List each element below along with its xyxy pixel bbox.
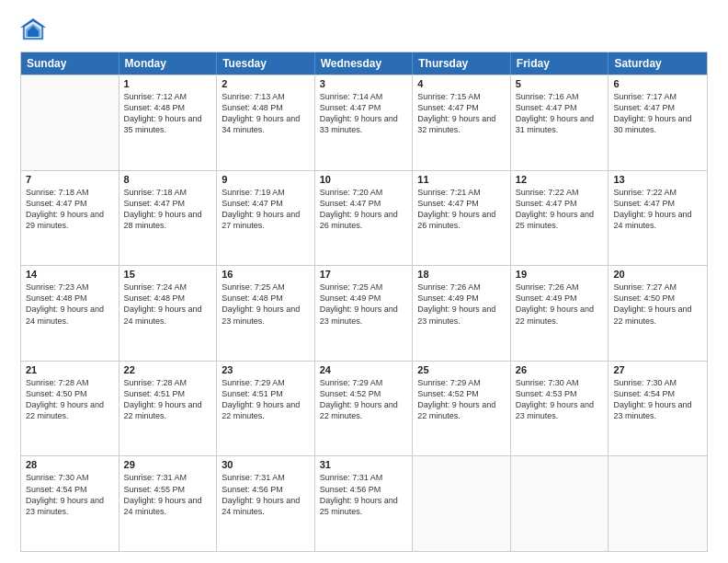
calendar-cell: 31Sunrise: 7:31 AM Sunset: 4:56 PM Dayli… — [315, 456, 414, 551]
calendar-cell: 22Sunrise: 7:28 AM Sunset: 4:51 PM Dayli… — [119, 362, 218, 456]
day-number: 16 — [222, 269, 310, 280]
calendar-cell: 15Sunrise: 7:24 AM Sunset: 4:48 PM Dayli… — [119, 266, 218, 361]
cell-info: Sunrise: 7:25 AM Sunset: 4:49 PM Dayligh… — [320, 282, 408, 327]
calendar-cell: 14Sunrise: 7:23 AM Sunset: 4:48 PM Dayli… — [21, 266, 119, 361]
cell-info: Sunrise: 7:13 AM Sunset: 4:48 PM Dayligh… — [222, 91, 310, 136]
calendar-cell: 11Sunrise: 7:21 AM Sunset: 4:47 PM Dayli… — [413, 171, 511, 266]
cell-info: Sunrise: 7:24 AM Sunset: 4:48 PM Dayligh… — [124, 282, 212, 327]
day-number: 7 — [26, 174, 114, 185]
cell-info: Sunrise: 7:30 AM Sunset: 4:54 PM Dayligh… — [26, 472, 114, 517]
calendar-cell: 24Sunrise: 7:29 AM Sunset: 4:52 PM Dayli… — [315, 362, 414, 456]
day-header-friday: Friday — [511, 52, 609, 75]
logo-icon — [20, 17, 46, 42]
cell-info: Sunrise: 7:31 AM Sunset: 4:56 PM Dayligh… — [222, 472, 310, 517]
day-number: 30 — [222, 459, 310, 470]
cell-info: Sunrise: 7:23 AM Sunset: 4:48 PM Dayligh… — [26, 282, 114, 327]
calendar-row-2: 7Sunrise: 7:18 AM Sunset: 4:47 PM Daylig… — [21, 170, 707, 266]
day-number: 3 — [320, 78, 408, 89]
cell-info: Sunrise: 7:29 AM Sunset: 4:51 PM Dayligh… — [222, 377, 310, 422]
cell-info: Sunrise: 7:17 AM Sunset: 4:47 PM Dayligh… — [613, 91, 702, 136]
cell-info: Sunrise: 7:16 AM Sunset: 4:47 PM Dayligh… — [516, 91, 604, 136]
day-number: 25 — [417, 364, 506, 375]
day-number: 26 — [516, 364, 604, 375]
calendar-cell: 16Sunrise: 7:25 AM Sunset: 4:48 PM Dayli… — [217, 266, 315, 361]
cell-info: Sunrise: 7:19 AM Sunset: 4:47 PM Dayligh… — [222, 187, 310, 232]
calendar-cell: 20Sunrise: 7:27 AM Sunset: 4:50 PM Dayli… — [609, 266, 707, 361]
calendar-cell: 7Sunrise: 7:18 AM Sunset: 4:47 PM Daylig… — [21, 171, 119, 266]
calendar-cell: 28Sunrise: 7:30 AM Sunset: 4:54 PM Dayli… — [21, 456, 119, 551]
calendar-cell: 25Sunrise: 7:29 AM Sunset: 4:52 PM Dayli… — [413, 362, 511, 456]
cell-info: Sunrise: 7:31 AM Sunset: 4:56 PM Dayligh… — [320, 472, 408, 517]
cell-info: Sunrise: 7:26 AM Sunset: 4:49 PM Dayligh… — [516, 282, 604, 327]
calendar-cell: 9Sunrise: 7:19 AM Sunset: 4:47 PM Daylig… — [217, 171, 315, 266]
calendar-cell: 26Sunrise: 7:30 AM Sunset: 4:53 PM Dayli… — [511, 362, 609, 456]
cell-info: Sunrise: 7:26 AM Sunset: 4:49 PM Dayligh… — [417, 282, 506, 327]
calendar-row-5: 28Sunrise: 7:30 AM Sunset: 4:54 PM Dayli… — [21, 455, 707, 551]
day-number: 28 — [26, 459, 114, 470]
calendar-cell: 3Sunrise: 7:14 AM Sunset: 4:47 PM Daylig… — [315, 75, 414, 170]
day-header-monday: Monday — [119, 52, 218, 75]
calendar-cell: 21Sunrise: 7:28 AM Sunset: 4:50 PM Dayli… — [21, 362, 119, 456]
calendar-cell: 12Sunrise: 7:22 AM Sunset: 4:47 PM Dayli… — [511, 171, 609, 266]
day-header-tuesday: Tuesday — [217, 52, 315, 75]
day-number: 4 — [417, 78, 506, 89]
calendar-cell: 8Sunrise: 7:18 AM Sunset: 4:47 PM Daylig… — [119, 171, 218, 266]
day-number: 5 — [516, 78, 604, 89]
calendar-cell — [609, 456, 707, 551]
calendar-cell: 23Sunrise: 7:29 AM Sunset: 4:51 PM Dayli… — [217, 362, 315, 456]
cell-info: Sunrise: 7:20 AM Sunset: 4:47 PM Dayligh… — [320, 187, 408, 232]
day-number: 31 — [320, 459, 408, 470]
day-number: 19 — [516, 269, 604, 280]
calendar-cell — [511, 456, 609, 551]
day-number: 17 — [320, 269, 408, 280]
calendar-cell: 1Sunrise: 7:12 AM Sunset: 4:48 PM Daylig… — [119, 75, 218, 170]
calendar-cell: 10Sunrise: 7:20 AM Sunset: 4:47 PM Dayli… — [315, 171, 414, 266]
logo — [20, 17, 50, 42]
day-number: 27 — [613, 364, 702, 375]
day-number: 24 — [320, 364, 408, 375]
calendar-cell: 17Sunrise: 7:25 AM Sunset: 4:49 PM Dayli… — [315, 266, 414, 361]
cell-info: Sunrise: 7:30 AM Sunset: 4:54 PM Dayligh… — [613, 377, 702, 422]
day-number: 20 — [613, 269, 702, 280]
day-number: 8 — [124, 174, 212, 185]
day-number: 29 — [124, 459, 212, 470]
calendar-row-3: 14Sunrise: 7:23 AM Sunset: 4:48 PM Dayli… — [21, 265, 707, 361]
cell-info: Sunrise: 7:28 AM Sunset: 4:50 PM Dayligh… — [26, 377, 114, 422]
day-number: 9 — [222, 174, 310, 185]
page: SundayMondayTuesdayWednesdayThursdayFrid… — [0, 0, 728, 563]
cell-info: Sunrise: 7:14 AM Sunset: 4:47 PM Dayligh… — [320, 91, 408, 136]
cell-info: Sunrise: 7:30 AM Sunset: 4:53 PM Dayligh… — [516, 377, 604, 422]
cell-info: Sunrise: 7:29 AM Sunset: 4:52 PM Dayligh… — [320, 377, 408, 422]
calendar-row-4: 21Sunrise: 7:28 AM Sunset: 4:50 PM Dayli… — [21, 361, 707, 456]
calendar-cell: 19Sunrise: 7:26 AM Sunset: 4:49 PM Dayli… — [511, 266, 609, 361]
day-header-sunday: Sunday — [21, 52, 119, 75]
calendar-cell: 30Sunrise: 7:31 AM Sunset: 4:56 PM Dayli… — [217, 456, 315, 551]
calendar-cell: 13Sunrise: 7:22 AM Sunset: 4:47 PM Dayli… — [609, 171, 707, 266]
day-number: 10 — [320, 174, 408, 185]
cell-info: Sunrise: 7:21 AM Sunset: 4:47 PM Dayligh… — [417, 187, 506, 232]
day-header-saturday: Saturday — [609, 52, 707, 75]
calendar-cell: 4Sunrise: 7:15 AM Sunset: 4:47 PM Daylig… — [413, 75, 511, 170]
day-number: 11 — [417, 174, 506, 185]
day-number: 15 — [124, 269, 212, 280]
day-number: 18 — [417, 269, 506, 280]
day-number: 13 — [613, 174, 702, 185]
day-number: 12 — [516, 174, 604, 185]
calendar-header: SundayMondayTuesdayWednesdayThursdayFrid… — [21, 52, 707, 75]
cell-info: Sunrise: 7:31 AM Sunset: 4:55 PM Dayligh… — [124, 472, 212, 517]
calendar-cell: 18Sunrise: 7:26 AM Sunset: 4:49 PM Dayli… — [413, 266, 511, 361]
calendar-cell: 6Sunrise: 7:17 AM Sunset: 4:47 PM Daylig… — [609, 75, 707, 170]
cell-info: Sunrise: 7:12 AM Sunset: 4:48 PM Dayligh… — [124, 91, 212, 136]
calendar-row-1: 1Sunrise: 7:12 AM Sunset: 4:48 PM Daylig… — [21, 75, 707, 170]
cell-info: Sunrise: 7:28 AM Sunset: 4:51 PM Dayligh… — [124, 377, 212, 422]
day-header-wednesday: Wednesday — [315, 52, 414, 75]
day-number: 1 — [124, 78, 212, 89]
calendar-cell: 27Sunrise: 7:30 AM Sunset: 4:54 PM Dayli… — [609, 362, 707, 456]
cell-info: Sunrise: 7:15 AM Sunset: 4:47 PM Dayligh… — [417, 91, 506, 136]
cell-info: Sunrise: 7:18 AM Sunset: 4:47 PM Dayligh… — [26, 187, 114, 232]
calendar-body: 1Sunrise: 7:12 AM Sunset: 4:48 PM Daylig… — [21, 75, 707, 551]
calendar-cell — [413, 456, 511, 551]
day-number: 2 — [222, 78, 310, 89]
calendar-cell: 2Sunrise: 7:13 AM Sunset: 4:48 PM Daylig… — [217, 75, 315, 170]
cell-info: Sunrise: 7:22 AM Sunset: 4:47 PM Dayligh… — [516, 187, 604, 232]
